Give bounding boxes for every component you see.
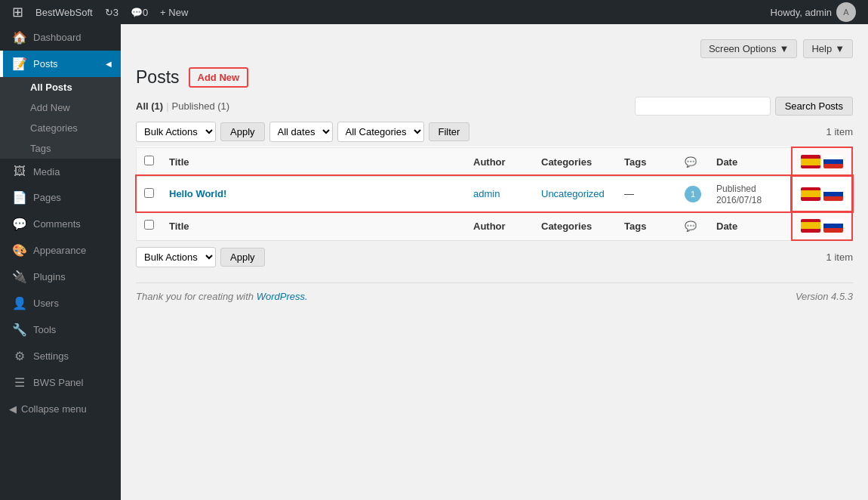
select-all-checkbox-top[interactable] — [144, 156, 154, 165]
tab-all-count: (1) — [151, 100, 163, 112]
screen-options-arrow: ▼ — [780, 43, 790, 54]
header-date[interactable]: Date — [709, 147, 792, 176]
site-name-link[interactable]: BestWebSoft — [29, 0, 99, 24]
submenu-tags[interactable]: Tags — [0, 138, 121, 159]
bulk-actions-select-bottom[interactable]: Bulk Actions — [136, 247, 216, 267]
posts-icon: 📝 — [12, 57, 27, 71]
header-categories: Categories — [534, 147, 617, 176]
sidebar: 🏠 Dashboard 📝 Posts ◀ All Posts Add New … — [0, 24, 121, 500]
post-date-cell: Published 2016/07/18 — [709, 176, 792, 211]
flag-es-icon[interactable] — [801, 187, 820, 201]
sidebar-item-settings[interactable]: ⚙ Settings — [0, 343, 121, 369]
tab-published-label: Published — [172, 100, 215, 112]
posts-submenu: All Posts Add New Categories Tags — [0, 77, 121, 159]
user-menu[interactable]: Howdy, admin A — [765, 2, 862, 22]
sidebar-item-posts[interactable]: 📝 Posts ◀ — [0, 51, 121, 77]
sidebar-item-plugins[interactable]: 🔌 Plugins — [0, 264, 121, 290]
post-title-link[interactable]: Hello World! — [169, 188, 226, 199]
row-checkbox-cell — [137, 176, 162, 211]
new-content-link[interactable]: + New — [154, 0, 194, 24]
screen-options-button[interactable]: Screen Options ▼ — [700, 39, 797, 58]
sidebar-item-dashboard[interactable]: 🏠 Dashboard — [0, 24, 121, 51]
collapse-menu[interactable]: ◀ Collapse menu — [0, 396, 121, 422]
categories-select[interactable]: All Categories — [337, 122, 424, 142]
post-tags-cell: — — [617, 176, 677, 211]
submenu-categories[interactable]: Categories — [0, 118, 121, 138]
sidebar-item-appearance-label: Appearance — [33, 245, 86, 256]
wp-logo-link[interactable]: ⊞ — [6, 0, 29, 24]
add-new-button[interactable]: Add New — [189, 67, 249, 88]
footer-version: Version 4.5.3 — [796, 291, 853, 302]
updates-icon: ↻ — [105, 7, 113, 18]
footer-author: Author — [466, 211, 534, 240]
main-content: Screen Options ▼ Help ▼ Posts Add New Al… — [121, 24, 868, 500]
submenu-all-posts[interactable]: All Posts — [0, 77, 121, 97]
layout: 🏠 Dashboard 📝 Posts ◀ All Posts Add New … — [0, 24, 868, 500]
post-title-cell: Hello World! — [162, 176, 466, 211]
sidebar-item-appearance[interactable]: 🎨 Appearance — [0, 237, 121, 264]
header-title[interactable]: Title — [162, 147, 466, 176]
sidebar-item-tools[interactable]: 🔧 Tools — [0, 316, 121, 343]
header-author: Author — [466, 147, 534, 176]
footer-flags — [792, 211, 852, 240]
row-checkbox[interactable] — [144, 188, 154, 198]
filter-button[interactable]: Filter — [429, 122, 470, 141]
flag-ru-footer — [823, 219, 843, 233]
new-content-label: + New — [160, 7, 188, 18]
appearance-icon: 🎨 — [12, 243, 27, 258]
help-button[interactable]: Help ▼ — [803, 39, 853, 58]
filter-separator: | — [166, 100, 168, 112]
post-comments-cell: 1 — [677, 176, 709, 211]
category-link[interactable]: Uncategorized — [541, 188, 605, 199]
post-author-cell: admin — [466, 176, 534, 211]
author-link[interactable]: admin — [473, 188, 500, 199]
select-all-checkbox-bottom[interactable] — [144, 220, 154, 230]
dates-select[interactable]: All dates — [269, 122, 333, 142]
sidebar-item-bws-panel[interactable]: ☰ BWS Panel — [0, 369, 121, 396]
filter-tab-all[interactable]: All (1) — [136, 99, 163, 113]
date-status: Published — [716, 184, 756, 194]
flags-container — [800, 187, 844, 202]
item-count-bottom: 1 item — [826, 252, 853, 263]
footer-wordpress-link[interactable]: WordPress. — [257, 291, 308, 302]
avatar: A — [836, 2, 856, 22]
tab-all-label: All — [136, 100, 149, 112]
flag-es-footer — [801, 219, 820, 233]
footer-comments: 💬 — [677, 211, 709, 240]
apply-button-top[interactable]: Apply — [220, 122, 265, 141]
tab-published-count: (1) — [217, 100, 229, 112]
flag-ru-header — [823, 155, 843, 168]
sidebar-item-pages-label: Pages — [33, 192, 61, 203]
comments-nav-icon: 💬 — [12, 217, 27, 231]
footer-date[interactable]: Date — [709, 211, 792, 240]
flag-ru-icon[interactable] — [823, 187, 843, 201]
pages-icon: 📄 — [12, 190, 27, 205]
users-icon: 👤 — [12, 296, 27, 310]
comments-link[interactable]: 💬 0 — [125, 0, 154, 24]
table-actions-top: Bulk Actions Apply All dates All Categor… — [136, 122, 853, 142]
header-flags — [792, 147, 852, 176]
sidebar-item-media[interactable]: 🖼 Media — [0, 159, 121, 184]
admin-bar: ⊞ BestWebSoft ↻ 3 💬 0 + New Howdy, admin… — [0, 0, 868, 24]
search-input[interactable] — [635, 97, 771, 116]
wp-logo-icon: ⊞ — [12, 4, 23, 20]
bulk-actions-select-top[interactable]: Bulk Actions — [136, 122, 216, 142]
submenu-add-new[interactable]: Add New — [0, 97, 121, 118]
sidebar-item-users[interactable]: 👤 Users — [0, 290, 121, 316]
table-header-row: Title Author Categories Tags 💬 — [137, 147, 853, 176]
tags-value: — — [624, 188, 634, 199]
table-actions-bottom: Bulk Actions Apply 1 item — [136, 247, 853, 267]
comment-count-bubble[interactable]: 1 — [685, 186, 701, 202]
filter-tab-published[interactable]: Published (1) — [172, 99, 230, 113]
footer-title[interactable]: Title — [162, 211, 466, 240]
media-icon: 🖼 — [12, 165, 27, 178]
updates-link[interactable]: ↻ 3 — [99, 0, 125, 24]
sidebar-item-comments[interactable]: 💬 Comments — [0, 211, 121, 237]
sidebar-item-pages[interactable]: 📄 Pages — [0, 184, 121, 211]
item-count-top: 1 item — [826, 126, 853, 137]
date-value: 2016/07/18 — [716, 195, 762, 205]
sidebar-item-media-label: Media — [33, 166, 60, 177]
search-posts-button[interactable]: Search Posts — [775, 97, 853, 116]
help-label: Help — [811, 43, 832, 54]
apply-button-bottom[interactable]: Apply — [220, 248, 265, 267]
